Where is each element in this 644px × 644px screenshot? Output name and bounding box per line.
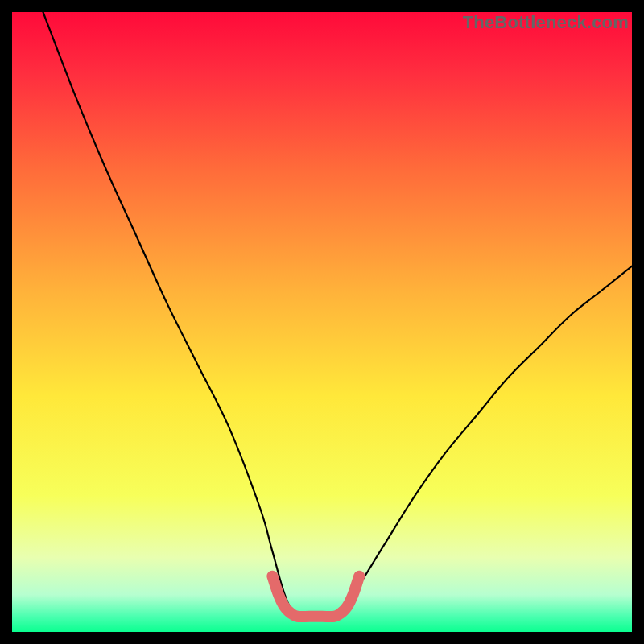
chart-frame: TheBottleneck.com: [12, 12, 632, 632]
chart-svg: [12, 12, 632, 632]
watermark-text: TheBottleneck.com: [463, 12, 629, 33]
gradient-background: [12, 12, 632, 632]
